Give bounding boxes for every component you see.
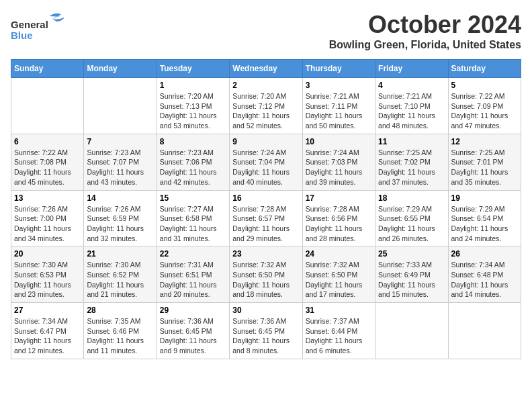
day-number: 23 bbox=[232, 249, 299, 259]
day-number: 29 bbox=[160, 306, 226, 315]
day-info: Sunrise: 7:25 AMSunset: 7:01 PMDaylight:… bbox=[451, 148, 518, 187]
calendar-cell: 1 Sunrise: 7:20 AMSunset: 7:13 PMDayligh… bbox=[157, 78, 229, 134]
calendar: SundayMondayTuesdayWednesdayThursdayFrid… bbox=[11, 59, 521, 359]
day-info: Sunrise: 7:36 AMSunset: 6:45 PMDaylight:… bbox=[160, 316, 226, 356]
day-number: 7 bbox=[87, 137, 153, 146]
day-number: 25 bbox=[378, 249, 445, 259]
week-row-5: 27 Sunrise: 7:34 AMSunset: 6:47 PMDaylig… bbox=[11, 303, 521, 359]
week-row-1: 1 Sunrise: 7:20 AMSunset: 7:13 PMDayligh… bbox=[11, 78, 521, 134]
calendar-cell: 31 Sunrise: 7:37 AMSunset: 6:44 PMDaylig… bbox=[302, 303, 375, 359]
day-info: Sunrise: 7:23 AMSunset: 7:06 PMDaylight:… bbox=[160, 148, 226, 187]
day-info: Sunrise: 7:20 AMSunset: 7:13 PMDaylight:… bbox=[160, 91, 226, 131]
day-number: 12 bbox=[451, 137, 518, 146]
day-number: 22 bbox=[160, 249, 226, 259]
day-info: Sunrise: 7:30 AMSunset: 6:53 PMDaylight:… bbox=[14, 260, 81, 300]
week-row-2: 6 Sunrise: 7:22 AMSunset: 7:08 PMDayligh… bbox=[11, 134, 521, 190]
day-info: Sunrise: 7:29 AMSunset: 6:54 PMDaylight:… bbox=[451, 204, 518, 244]
calendar-cell: 8 Sunrise: 7:23 AMSunset: 7:06 PMDayligh… bbox=[157, 134, 229, 190]
day-number: 6 bbox=[14, 137, 81, 146]
day-info: Sunrise: 7:34 AMSunset: 6:47 PMDaylight:… bbox=[14, 316, 81, 356]
calendar-cell: 7 Sunrise: 7:23 AMSunset: 7:07 PMDayligh… bbox=[84, 134, 157, 190]
calendar-cell bbox=[375, 303, 448, 359]
calendar-cell: 9 Sunrise: 7:24 AMSunset: 7:04 PMDayligh… bbox=[230, 134, 302, 190]
calendar-cell: 26 Sunrise: 7:34 AMSunset: 6:48 PMDaylig… bbox=[448, 246, 521, 303]
day-info: Sunrise: 7:32 AMSunset: 6:50 PMDaylight:… bbox=[232, 260, 299, 300]
calendar-cell: 30 Sunrise: 7:36 AMSunset: 6:45 PMDaylig… bbox=[230, 303, 302, 359]
weekday-wednesday: Wednesday bbox=[230, 60, 302, 78]
calendar-cell: 20 Sunrise: 7:30 AMSunset: 6:53 PMDaylig… bbox=[11, 246, 84, 303]
title-block: October 2024 Bowling Green, Florida, Uni… bbox=[329, 11, 521, 51]
calendar-cell: 5 Sunrise: 7:22 AMSunset: 7:09 PMDayligh… bbox=[448, 78, 521, 134]
day-number: 3 bbox=[306, 81, 372, 90]
calendar-cell: 2 Sunrise: 7:20 AMSunset: 7:12 PMDayligh… bbox=[230, 78, 302, 134]
day-number: 16 bbox=[232, 193, 299, 203]
day-number: 8 bbox=[160, 137, 226, 146]
day-info: Sunrise: 7:27 AMSunset: 6:58 PMDaylight:… bbox=[160, 204, 226, 244]
day-info: Sunrise: 7:32 AMSunset: 6:50 PMDaylight:… bbox=[306, 260, 372, 300]
calendar-cell: 12 Sunrise: 7:25 AMSunset: 7:01 PMDaylig… bbox=[448, 134, 521, 190]
calendar-cell: 23 Sunrise: 7:32 AMSunset: 6:50 PMDaylig… bbox=[230, 246, 302, 303]
page-header: General Blue October 2024 Bowling Green,… bbox=[11, 11, 521, 51]
calendar-cell: 25 Sunrise: 7:33 AMSunset: 6:49 PMDaylig… bbox=[375, 246, 448, 303]
calendar-cell: 15 Sunrise: 7:27 AMSunset: 6:58 PMDaylig… bbox=[157, 190, 229, 246]
day-info: Sunrise: 7:25 AMSunset: 7:02 PMDaylight:… bbox=[378, 148, 445, 187]
calendar-cell: 28 Sunrise: 7:35 AMSunset: 6:46 PMDaylig… bbox=[84, 303, 157, 359]
calendar-cell: 14 Sunrise: 7:26 AMSunset: 6:59 PMDaylig… bbox=[84, 190, 157, 246]
calendar-cell: 21 Sunrise: 7:30 AMSunset: 6:52 PMDaylig… bbox=[84, 246, 157, 303]
day-info: Sunrise: 7:24 AMSunset: 7:04 PMDaylight:… bbox=[232, 148, 299, 187]
day-number: 30 bbox=[232, 306, 299, 315]
calendar-cell: 16 Sunrise: 7:28 AMSunset: 6:57 PMDaylig… bbox=[230, 190, 302, 246]
calendar-cell: 6 Sunrise: 7:22 AMSunset: 7:08 PMDayligh… bbox=[11, 134, 84, 190]
day-number: 20 bbox=[14, 249, 81, 259]
day-info: Sunrise: 7:23 AMSunset: 7:07 PMDaylight:… bbox=[87, 148, 153, 187]
day-info: Sunrise: 7:36 AMSunset: 6:45 PMDaylight:… bbox=[232, 316, 299, 356]
day-info: Sunrise: 7:22 AMSunset: 7:09 PMDaylight:… bbox=[451, 91, 518, 131]
weekday-thursday: Thursday bbox=[302, 60, 375, 78]
weekday-friday: Friday bbox=[375, 60, 448, 78]
logo: General Blue bbox=[11, 11, 85, 43]
day-info: Sunrise: 7:30 AMSunset: 6:52 PMDaylight:… bbox=[87, 260, 153, 300]
svg-text:General: General bbox=[11, 19, 48, 30]
day-number: 18 bbox=[378, 193, 445, 203]
day-number: 13 bbox=[14, 193, 81, 203]
day-number: 10 bbox=[306, 137, 372, 146]
calendar-cell: 13 Sunrise: 7:26 AMSunset: 7:00 PMDaylig… bbox=[11, 190, 84, 246]
day-number: 5 bbox=[451, 81, 518, 90]
day-number: 19 bbox=[451, 193, 518, 203]
day-info: Sunrise: 7:26 AMSunset: 6:59 PMDaylight:… bbox=[87, 204, 153, 244]
day-info: Sunrise: 7:29 AMSunset: 6:55 PMDaylight:… bbox=[378, 204, 445, 244]
weekday-saturday: Saturday bbox=[448, 60, 521, 78]
calendar-cell: 17 Sunrise: 7:28 AMSunset: 6:56 PMDaylig… bbox=[302, 190, 375, 246]
day-number: 17 bbox=[306, 193, 372, 203]
calendar-cell: 19 Sunrise: 7:29 AMSunset: 6:54 PMDaylig… bbox=[448, 190, 521, 246]
day-info: Sunrise: 7:24 AMSunset: 7:03 PMDaylight:… bbox=[306, 148, 372, 187]
calendar-cell: 18 Sunrise: 7:29 AMSunset: 6:55 PMDaylig… bbox=[375, 190, 448, 246]
calendar-cell: 27 Sunrise: 7:34 AMSunset: 6:47 PMDaylig… bbox=[11, 303, 84, 359]
day-info: Sunrise: 7:21 AMSunset: 7:10 PMDaylight:… bbox=[378, 91, 445, 131]
calendar-cell: 29 Sunrise: 7:36 AMSunset: 6:45 PMDaylig… bbox=[157, 303, 229, 359]
weekday-sunday: Sunday bbox=[11, 60, 84, 78]
day-info: Sunrise: 7:28 AMSunset: 6:56 PMDaylight:… bbox=[306, 204, 372, 244]
day-info: Sunrise: 7:21 AMSunset: 7:11 PMDaylight:… bbox=[306, 91, 372, 131]
day-number: 15 bbox=[160, 193, 226, 203]
day-info: Sunrise: 7:37 AMSunset: 6:44 PMDaylight:… bbox=[306, 316, 372, 356]
day-number: 21 bbox=[87, 249, 153, 259]
day-number: 2 bbox=[232, 81, 299, 90]
day-info: Sunrise: 7:33 AMSunset: 6:49 PMDaylight:… bbox=[378, 260, 445, 300]
day-info: Sunrise: 7:35 AMSunset: 6:46 PMDaylight:… bbox=[87, 316, 153, 356]
day-info: Sunrise: 7:34 AMSunset: 6:48 PMDaylight:… bbox=[451, 260, 518, 300]
day-number: 26 bbox=[451, 249, 518, 259]
week-row-3: 13 Sunrise: 7:26 AMSunset: 7:00 PMDaylig… bbox=[11, 190, 521, 246]
day-number: 14 bbox=[87, 193, 153, 203]
calendar-cell bbox=[448, 303, 521, 359]
day-number: 27 bbox=[14, 306, 81, 315]
weekday-tuesday: Tuesday bbox=[157, 60, 229, 78]
day-info: Sunrise: 7:28 AMSunset: 6:57 PMDaylight:… bbox=[232, 204, 299, 244]
day-info: Sunrise: 7:20 AMSunset: 7:12 PMDaylight:… bbox=[232, 91, 299, 131]
weekday-header-row: SundayMondayTuesdayWednesdayThursdayFrid… bbox=[11, 60, 521, 78]
calendar-cell: 24 Sunrise: 7:32 AMSunset: 6:50 PMDaylig… bbox=[302, 246, 375, 303]
day-info: Sunrise: 7:22 AMSunset: 7:08 PMDaylight:… bbox=[14, 148, 81, 187]
weekday-monday: Monday bbox=[84, 60, 157, 78]
calendar-cell: 10 Sunrise: 7:24 AMSunset: 7:03 PMDaylig… bbox=[302, 134, 375, 190]
day-number: 31 bbox=[306, 306, 372, 315]
